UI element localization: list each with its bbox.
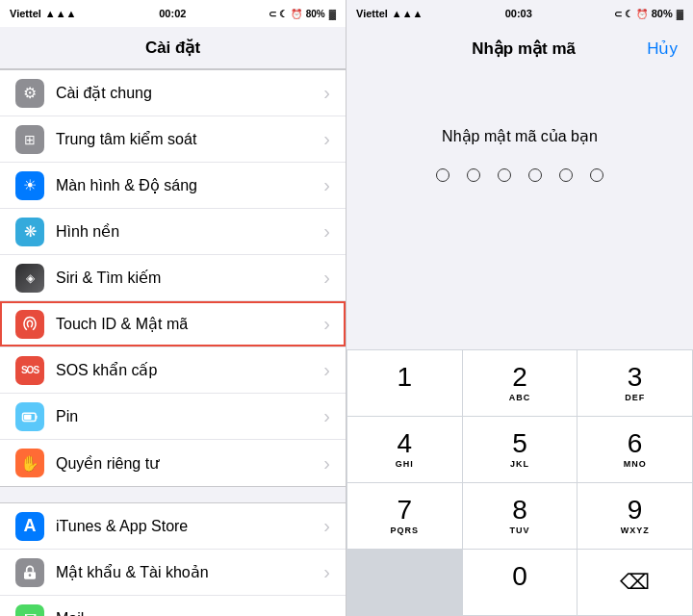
privacy-chevron: [323, 452, 330, 475]
passcode-dots-row: [436, 168, 603, 182]
left-status-bar: Viettel ▲▲▲ 00:02 ⊂ ☾ ⏰ 80% ▓: [0, 0, 346, 27]
delete-icon: ⌫: [620, 570, 650, 595]
general-chevron: [323, 82, 330, 104]
right-battery: 80%: [652, 8, 673, 19]
wallpaper-chevron: [323, 220, 330, 243]
numpad-letters-6: MNO: [624, 459, 647, 469]
general-icon: ⚙: [15, 79, 44, 108]
mail-chevron: [323, 607, 330, 616]
control-center-label: Trung tâm kiểm soát: [56, 130, 323, 148]
privacy-icon: ✋: [15, 449, 44, 477]
cancel-button[interactable]: Hủy: [647, 38, 678, 59]
passcode-dot-5: [559, 168, 573, 182]
left-signal-icon: ▲▲▲: [45, 8, 77, 19]
siri-label: Siri & Tìm kiếm: [56, 269, 323, 287]
passcode-dot-4: [528, 168, 542, 182]
appstore-icon: A: [15, 512, 44, 541]
settings-item-display[interactable]: ☀ Màn hình & Độ sáng: [0, 163, 346, 209]
left-panel: Viettel ▲▲▲ 00:02 ⊂ ☾ ⏰ 80% ▓ Cài đặt ⚙ …: [0, 0, 346, 616]
numpad-letters-3: DEF: [625, 393, 645, 402]
numpad-key-5[interactable]: 5 JKL: [463, 417, 578, 482]
left-nav-bar: Cài đặt: [0, 27, 346, 69]
settings-group-2: A iTunes & App Store Mật khẩu & Tài khoả…: [0, 502, 346, 616]
left-icons: ⊂ ☾ ⏰: [269, 9, 302, 19]
sos-label: SOS khẩn cấp: [56, 361, 323, 379]
sos-chevron: [323, 359, 330, 381]
numpad-number-2: 2: [512, 364, 527, 391]
numpad-number-9: 9: [628, 497, 643, 524]
numpad: 1 2 ABC 3 DEF 4 GHI 5 JKL 6 MNO 7 PQRS: [346, 349, 693, 616]
battery-chevron: [323, 405, 330, 427]
battery-icon: [15, 402, 44, 431]
settings-item-sos[interactable]: SOS SOS khẩn cấp: [0, 347, 346, 394]
right-battery-icon: ▓: [677, 9, 683, 19]
passcode-prompt-label: Nhập mật mã của bạn: [442, 127, 598, 145]
settings-group-1: ⚙ Cài đặt chung ⊞ Trung tâm kiểm soát ☀ …: [0, 69, 346, 487]
right-panel: Viettel ▲▲▲ 00:03 ⊂ ☾ ⏰ 80% ▓ Nhập mật m…: [346, 0, 693, 616]
svg-point-4: [29, 574, 32, 577]
left-battery-area: ⊂ ☾ ⏰ 80% ▓: [269, 9, 336, 19]
left-carrier: Viettel ▲▲▲: [10, 8, 76, 19]
settings-list: ⚙ Cài đặt chung ⊞ Trung tâm kiểm soát ☀ …: [0, 69, 346, 616]
numpad-letters-1: [403, 393, 407, 402]
wallpaper-label: Hình nền: [56, 222, 323, 241]
numpad-number-1: 1: [398, 364, 413, 391]
numpad-key-2[interactable]: 2 ABC: [463, 350, 578, 416]
numpad-number-3: 3: [628, 364, 643, 391]
passcode-dot-6: [590, 168, 603, 182]
general-label: Cài đặt chung: [56, 84, 323, 102]
passcode-dot-3: [498, 168, 511, 182]
touchid-icon: [15, 310, 44, 339]
numpad-letters-2: ABC: [509, 393, 531, 402]
numpad-number-0: 0: [512, 563, 527, 590]
settings-item-password[interactable]: Mật khẩu & Tài khoản: [0, 550, 346, 596]
numpad-letters-9: WXYZ: [621, 526, 650, 535]
numpad-number-7: 7: [398, 497, 413, 524]
settings-item-wallpaper[interactable]: ❋ Hình nền: [0, 209, 346, 255]
numpad-key-delete[interactable]: ⌫: [578, 550, 692, 615]
touchid-label: Touch ID & Mật mã: [56, 315, 323, 333]
settings-item-mail[interactable]: ✉ Mail: [0, 596, 346, 616]
siri-chevron: [323, 267, 330, 289]
mail-icon: ✉: [15, 604, 44, 617]
password-icon: [15, 558, 44, 587]
svg-rect-1: [36, 415, 38, 419]
right-time: 00:03: [505, 8, 532, 19]
settings-item-privacy[interactable]: ✋ Quyền riêng tư: [0, 440, 346, 486]
settings-item-general[interactable]: ⚙ Cài đặt chung: [0, 70, 346, 116]
numpad-key-1[interactable]: 1: [347, 350, 462, 416]
svg-rect-2: [24, 414, 32, 419]
right-nav-bar: Nhập mật mã Hủy: [346, 27, 693, 69]
display-icon: ☀: [15, 171, 44, 200]
numpad-number-6: 6: [628, 430, 643, 457]
numpad-letters-7: PQRS: [391, 526, 420, 535]
numpad-letters-0: [518, 592, 522, 602]
passcode-dot-2: [467, 168, 480, 182]
control-center-chevron: [323, 128, 330, 150]
numpad-letters-5: JKL: [510, 459, 529, 469]
display-label: Màn hình & Độ sáng: [56, 176, 323, 194]
touchid-chevron: [323, 313, 330, 335]
numpad-number-4: 4: [398, 430, 413, 457]
settings-item-siri[interactable]: ◈ Siri & Tìm kiếm: [0, 255, 346, 301]
numpad-key-6[interactable]: 6 MNO: [578, 417, 692, 482]
settings-item-control-center[interactable]: ⊞ Trung tâm kiểm soát: [0, 116, 346, 163]
siri-icon: ◈: [15, 264, 44, 293]
display-chevron: [323, 174, 330, 196]
numpad-key-0[interactable]: 0: [463, 550, 578, 615]
numpad-key-8[interactable]: 8 TUV: [463, 483, 578, 549]
numpad-key-9[interactable]: 9 WXYZ: [578, 483, 692, 549]
settings-item-touchid[interactable]: Touch ID & Mật mã: [0, 301, 346, 347]
passcode-dot-1: [436, 168, 449, 182]
numpad-key-4[interactable]: 4 GHI: [347, 417, 462, 482]
password-chevron: [323, 561, 330, 583]
mail-label: Mail: [56, 610, 323, 617]
left-battery: 80%: [306, 9, 325, 19]
numpad-key-3[interactable]: 3 DEF: [578, 350, 692, 416]
settings-item-appstore[interactable]: A iTunes & App Store: [0, 503, 346, 550]
numpad-key-7[interactable]: 7 PQRS: [347, 483, 462, 549]
settings-item-battery[interactable]: Pin: [0, 394, 346, 440]
numpad-key-empty: [347, 550, 462, 615]
numpad-number-5: 5: [512, 430, 527, 457]
right-icons: ⊂ ☾ ⏰: [614, 9, 648, 19]
